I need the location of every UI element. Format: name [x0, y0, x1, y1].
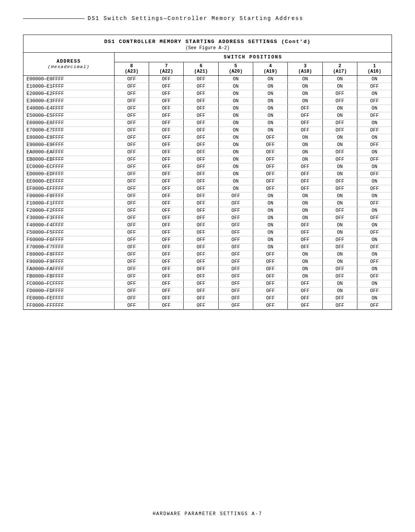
switch-cell-8: OFF	[357, 229, 392, 236]
switch-cell-5: OFF	[253, 280, 288, 288]
switch-cell-3: OFF	[184, 163, 218, 171]
switch-cell-6: ON	[288, 200, 322, 207]
switch-cell-1: OFF	[114, 244, 149, 251]
settings-table: ADDRESS (Hexadecimal) SWITCH POSITIONS 8…	[23, 53, 392, 309]
switch-cell-8: ON	[357, 193, 392, 200]
switch-cell-2: OFF	[149, 229, 184, 236]
switch-cell-7: ON	[322, 288, 357, 295]
switch-cell-5: OFF	[253, 302, 288, 309]
switch-cell-8: ON	[357, 76, 392, 83]
switch-cell-2: OFF	[149, 193, 184, 200]
switch-cell-1: OFF	[114, 120, 149, 127]
address-cell: FF0000—FFFFFF	[23, 302, 114, 309]
table-row: EF0000—EFFFFFOFFOFFOFFONOFFOFFOFFOFF	[23, 185, 392, 193]
switch-cell-1: OFF	[114, 302, 149, 309]
address-cell: F90000—F9FFFF	[23, 258, 114, 266]
switch-cell-7: ON	[322, 200, 357, 207]
switch-cell-8: OFF	[357, 288, 392, 295]
switch-cell-7: OFF	[322, 295, 357, 302]
switch-cell-8: ON	[357, 120, 392, 127]
switch-cell-3: OFF	[184, 295, 218, 302]
switch-cell-7: ON	[322, 134, 357, 141]
switch-cell-1: OFF	[114, 266, 149, 273]
switch-cell-5: ON	[253, 229, 288, 236]
switch-cell-7: OFF	[322, 98, 357, 105]
address-cell: F00000—F0FFFF	[23, 193, 114, 200]
table-row: E30000—E3FFFFOFFOFFOFFONONONOFFOFF	[23, 98, 392, 105]
switch-cell-8: OFF	[357, 83, 392, 90]
col-4-header: 4(A19)	[253, 62, 288, 76]
address-cell: EB0000—EBFFFF	[23, 156, 114, 163]
switch-cell-3: OFF	[184, 127, 218, 134]
switch-cell-7: OFF	[322, 214, 357, 222]
switch-cell-4: ON	[218, 112, 253, 120]
address-cell: E70000—E7FFFF	[23, 127, 114, 134]
switch-cell-5: OFF	[253, 171, 288, 178]
switch-cell-5: ON	[253, 112, 288, 120]
table-row: E70000—E7FFFFOFFOFFOFFONONOFFOFFOFF	[23, 127, 392, 134]
switch-cell-6: ON	[288, 258, 322, 266]
switch-cell-8: ON	[357, 295, 392, 302]
switch-cell-1: OFF	[114, 156, 149, 163]
switch-cell-7: ON	[322, 251, 357, 258]
table-row: F30000—F3FFFFOFFOFFOFFOFFONONOFFOFF	[23, 214, 392, 222]
address-cell: FD0000—FDFFFF	[23, 288, 114, 295]
switch-cell-7: ON	[322, 112, 357, 120]
switch-cell-5: ON	[253, 83, 288, 90]
switch-cell-3: OFF	[184, 266, 218, 273]
switch-cell-8: ON	[357, 266, 392, 273]
switch-cell-8: OFF	[357, 273, 392, 280]
address-cell: F80000—F8FFFF	[23, 251, 114, 258]
table-row: FF0000—FFFFFFOFFOFFOFFOFFOFFOFFOFFOFF	[23, 302, 392, 309]
table-row: FB0000—FBFFFFOFFOFFOFFOFFOFFONOFFOFF	[23, 273, 392, 280]
switch-cell-8: ON	[357, 222, 392, 229]
switch-cell-4: OFF	[218, 295, 253, 302]
switch-cell-4: OFF	[218, 193, 253, 200]
switch-cell-6: ON	[288, 76, 322, 83]
switch-cell-4: OFF	[218, 288, 253, 295]
switch-cell-1: OFF	[114, 236, 149, 244]
switch-cell-5: ON	[253, 244, 288, 251]
switch-cell-3: OFF	[184, 156, 218, 163]
switch-cell-3: OFF	[184, 273, 218, 280]
switch-cell-6: ON	[288, 156, 322, 163]
switch-cell-6: ON	[288, 98, 322, 105]
table-row: F10000—F1FFFFOFFOFFOFFOFFONONONOFF	[23, 200, 392, 207]
switch-cell-1: OFF	[114, 229, 149, 236]
switch-cell-5: ON	[253, 236, 288, 244]
table-row: F70000—F7FFFFOFFOFFOFFOFFONOFFOFFOFF	[23, 244, 392, 251]
switch-cell-8: OFF	[357, 258, 392, 266]
switch-cell-3: OFF	[184, 83, 218, 90]
table-row: F20000—F2FFFFOFFOFFOFFOFFONONOFFON	[23, 207, 392, 214]
switch-cell-7: ON	[322, 171, 357, 178]
switch-cell-5: OFF	[253, 266, 288, 273]
switch-cell-2: OFF	[149, 207, 184, 214]
switch-cell-2: OFF	[149, 120, 184, 127]
table-row: F00000—F0FFFFOFFOFFOFFOFFONONONON	[23, 193, 392, 200]
address-cell: E60000—E6FFFF	[23, 120, 114, 127]
switch-cell-7: ON	[322, 83, 357, 90]
switch-cell-5: ON	[253, 200, 288, 207]
page-header: DS1 Switch Settings—Controller Memory St…	[23, 15, 392, 23]
table-title-main: DS1 CONTROLLER MEMORY STARTING ADDRESS S…	[27, 39, 388, 45]
switch-cell-7: ON	[322, 258, 357, 266]
switch-cell-6: OFF	[288, 105, 322, 112]
address-cell: E50000—E5FFFF	[23, 112, 114, 120]
switch-cell-1: OFF	[114, 251, 149, 258]
switch-cell-5: OFF	[253, 273, 288, 280]
main-table-container: DS1 CONTROLLER MEMORY STARTING ADDRESS S…	[23, 35, 392, 310]
address-cell: F30000—F3FFFF	[23, 214, 114, 222]
switch-cell-3: OFF	[184, 258, 218, 266]
address-cell: E00000—E0FFFF	[23, 76, 114, 83]
switch-cell-6: ON	[288, 251, 322, 258]
switch-cell-1: OFF	[114, 149, 149, 156]
switch-cell-1: OFF	[114, 178, 149, 185]
table-row: ED0000—EDFFFFOFFOFFOFFONOFFOFFONOFF	[23, 171, 392, 178]
switch-cell-5: OFF	[253, 141, 288, 149]
switch-cell-1: OFF	[114, 214, 149, 222]
switch-cell-8: ON	[357, 105, 392, 112]
switch-cell-3: OFF	[184, 222, 218, 229]
switch-cell-7: OFF	[322, 120, 357, 127]
address-cell: F70000—F7FFFF	[23, 244, 114, 251]
switch-cell-8: OFF	[357, 141, 392, 149]
